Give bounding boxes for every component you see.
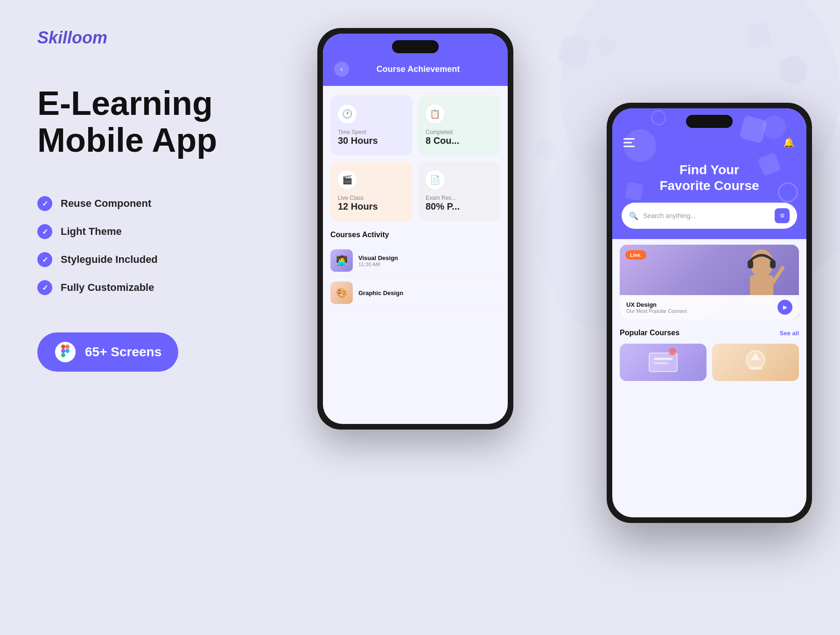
- phones-container: ‹ Course Achievement 🕐 Time Spent 30 Hou…: [280, 0, 840, 635]
- document-icon: 📄: [426, 170, 444, 189]
- screens-badge[interactable]: 65+ Screens: [37, 332, 178, 372]
- svg-rect-11: [61, 349, 65, 353]
- svg-rect-28: [654, 362, 668, 364]
- feature-item: Styleguide Included: [37, 252, 271, 267]
- activity-item[interactable]: 🎨 Graphic Design: [330, 277, 500, 309]
- popular-card-design[interactable]: [712, 344, 799, 381]
- feature-label: Light Theme: [61, 226, 122, 238]
- feature-label: Styleguide Included: [61, 254, 158, 266]
- stat-value: 8 Cou...: [426, 135, 493, 146]
- stat-card-live: 🎬 Live Class 12 Hours: [330, 161, 413, 221]
- stat-value: 80% P...: [426, 201, 493, 212]
- activity-name: Graphic Design: [358, 289, 500, 296]
- feature-item: Reuse Component: [37, 196, 271, 211]
- stat-label: Exam Res...: [426, 195, 493, 201]
- activity-name: Visual Design: [358, 254, 500, 261]
- check-icon: [37, 280, 52, 295]
- p1-body: 🕐 Time Spent 30 Hours 📋 Completed 8 Cou.…: [323, 86, 508, 318]
- p1-screen-title: Course Achievement: [355, 64, 482, 74]
- phone2-mockup: 🔔 Find Your Favorite Course 🔍 Search any…: [607, 103, 812, 523]
- video-icon: 🎬: [338, 170, 357, 189]
- svg-point-29: [669, 348, 676, 355]
- feature-label: Fully Customizable: [61, 282, 154, 294]
- stat-label: Time Spent: [338, 129, 405, 135]
- check-icon: [37, 196, 52, 211]
- featured-course-card[interactable]: Live. UX Design Our Most Popular Courses…: [620, 245, 799, 319]
- svg-point-20: [651, 111, 665, 125]
- phone2-screen: 🔔 Find Your Favorite Course 🔍 Search any…: [612, 108, 806, 517]
- activity-time: 11:30 AM: [358, 261, 500, 267]
- search-placeholder: Search anything...: [643, 212, 770, 219]
- section-title: Courses Activity: [330, 231, 500, 239]
- search-icon: 🔍: [629, 212, 638, 220]
- live-badge: Live.: [625, 250, 646, 260]
- popular-card-image-design: [712, 344, 799, 381]
- stat-card-completed: 📋 Completed 8 Cou...: [418, 95, 500, 155]
- menu-line: [623, 138, 635, 140]
- headline: E-Learning Mobile App: [37, 85, 271, 159]
- see-all-link[interactable]: See all: [780, 330, 799, 337]
- featured-course-subtitle: Our Most Popular Courses: [626, 308, 687, 314]
- svg-rect-10: [65, 345, 70, 349]
- popular-card-image: [620, 344, 707, 381]
- check-icon: [37, 224, 52, 239]
- dynamic-island: [392, 40, 439, 53]
- p2-header: 🔔 Find Your Favorite Course 🔍 Search any…: [612, 108, 806, 239]
- featured-course-name: UX Design: [626, 301, 687, 308]
- dynamic-island-2: [686, 115, 733, 128]
- svg-rect-24: [770, 260, 776, 268]
- p2-body: Live. UX Design Our Most Popular Courses…: [612, 239, 806, 387]
- notification-button[interactable]: 🔔: [780, 134, 797, 151]
- svg-point-21: [750, 249, 773, 277]
- clipboard-icon: 📋: [426, 105, 444, 123]
- stats-grid: 🕐 Time Spent 30 Hours 📋 Completed 8 Cou.…: [330, 95, 500, 221]
- svg-rect-23: [748, 260, 753, 268]
- activity-thumb: 👩‍💻: [330, 249, 353, 272]
- svg-rect-31: [749, 367, 763, 369]
- svg-point-13: [65, 349, 70, 353]
- activity-thumb: 🎨: [330, 282, 353, 304]
- phone1-screen: ‹ Course Achievement 🕐 Time Spent 30 Hou…: [323, 34, 508, 424]
- stat-value: 12 Hours: [338, 201, 405, 212]
- menu-line: [623, 142, 632, 143]
- menu-line: [623, 146, 635, 147]
- stat-card-time: 🕐 Time Spent 30 Hours: [330, 95, 413, 155]
- feature-label: Reuse Component: [61, 198, 151, 210]
- menu-button[interactable]: [622, 134, 638, 151]
- play-button[interactable]: ▶: [777, 300, 792, 315]
- popular-header: Popular Courses See all: [620, 329, 799, 337]
- search-bar[interactable]: 🔍 Search anything... ⚙: [622, 203, 797, 229]
- check-icon: [37, 252, 52, 267]
- p2-top-bar: 🔔: [622, 134, 797, 151]
- svg-rect-9: [61, 345, 65, 349]
- feature-item: Light Theme: [37, 224, 271, 239]
- filter-button[interactable]: ⚙: [775, 208, 790, 223]
- popular-grid: [620, 344, 799, 381]
- popular-card-ux[interactable]: [620, 344, 707, 381]
- hero-text: Find Your Favorite Course: [622, 162, 797, 193]
- activity-item[interactable]: 👩‍💻 Visual Design 11:30 AM: [330, 245, 500, 277]
- activity-info: Visual Design 11:30 AM: [358, 254, 500, 267]
- phone1-mockup: ‹ Course Achievement 🕐 Time Spent 30 Hou…: [317, 28, 513, 430]
- stat-label: Completed: [426, 129, 493, 135]
- stat-value: 30 Hours: [338, 135, 405, 146]
- clock-icon: 🕐: [338, 105, 357, 123]
- svg-rect-27: [654, 358, 672, 360]
- svg-point-8: [55, 342, 76, 362]
- stat-label: Live Class: [338, 195, 405, 201]
- svg-rect-12: [61, 353, 65, 357]
- stat-card-exam: 📄 Exam Res... 80% P...: [418, 161, 500, 221]
- features-list: Reuse Component Light Theme Styleguide I…: [37, 196, 271, 295]
- screens-count: 65+ Screens: [85, 345, 161, 360]
- popular-title: Popular Courses: [620, 329, 679, 337]
- activity-info: Graphic Design: [358, 289, 500, 296]
- feature-item: Fully Customizable: [37, 280, 271, 295]
- back-button[interactable]: ‹: [334, 62, 349, 77]
- figma-icon: [54, 341, 77, 363]
- featured-info: UX Design Our Most Popular Courses ▶: [620, 295, 799, 319]
- brand-logo: Skilloom: [37, 28, 271, 48]
- svg-line-25: [773, 268, 783, 282]
